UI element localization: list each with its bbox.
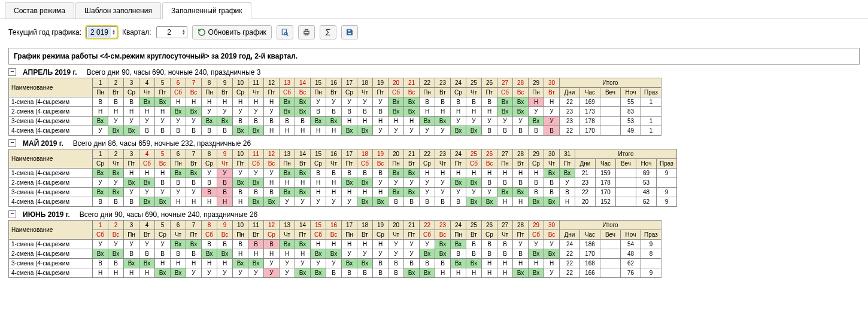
day-cell[interactable]: У [326, 197, 342, 207]
day-cell[interactable]: В [124, 97, 139, 107]
day-cell[interactable]: Н [326, 126, 342, 136]
day-cell[interactable]: Н [186, 97, 202, 107]
day-cell[interactable]: Н [466, 107, 482, 117]
day-cell[interactable]: В [544, 126, 560, 136]
day-cell[interactable]: Вх [389, 188, 404, 197]
day-cell[interactable]: В [108, 97, 124, 107]
day-cell[interactable]: Н [529, 169, 544, 178]
day-cell[interactable]: У [108, 117, 124, 126]
day-cell[interactable]: Н [451, 169, 466, 178]
tab-1[interactable]: Шаблон заполнения [75, 2, 161, 19]
day-cell[interactable]: В [264, 240, 280, 249]
day-cell[interactable]: В [373, 169, 389, 178]
day-cell[interactable]: Вх [217, 117, 233, 126]
day-cell[interactable]: Н [264, 126, 280, 136]
day-cell[interactable]: В [202, 126, 217, 136]
day-cell[interactable]: Вх [404, 97, 420, 107]
day-cell[interactable]: Н [295, 178, 311, 188]
day-cell[interactable]: Н [435, 107, 451, 117]
day-cell[interactable]: Н [124, 268, 139, 278]
day-cell[interactable]: Н [248, 97, 264, 107]
day-cell[interactable]: Вх [139, 197, 155, 207]
day-cell[interactable]: Вх [513, 188, 529, 197]
day-cell[interactable]: Н [326, 178, 342, 188]
day-cell[interactable]: Н [404, 117, 420, 126]
day-cell[interactable]: Вх [155, 268, 171, 278]
day-cell[interactable]: У [217, 268, 233, 278]
day-cell[interactable]: У [233, 268, 248, 278]
day-cell[interactable]: У [124, 240, 139, 249]
day-cell[interactable]: Вх [217, 249, 233, 259]
day-cell[interactable]: В [326, 268, 342, 278]
day-cell[interactable]: В [155, 126, 171, 136]
day-cell[interactable]: Вх [93, 169, 108, 178]
day-cell[interactable]: Вх [435, 249, 451, 259]
day-cell[interactable]: Вх [202, 117, 217, 126]
day-cell[interactable]: Н [155, 259, 171, 268]
day-cell[interactable]: В [389, 259, 404, 268]
day-cell[interactable]: В [202, 178, 217, 188]
day-cell[interactable]: В [404, 197, 420, 207]
day-cell[interactable]: У [389, 240, 404, 249]
day-cell[interactable]: У [544, 268, 560, 278]
day-cell[interactable]: Вх [513, 107, 529, 117]
day-cell[interactable]: Вх [124, 126, 139, 136]
day-cell[interactable]: Вх [529, 249, 544, 259]
refresh-button[interactable]: Обновить график [192, 25, 272, 39]
day-cell[interactable]: Н [435, 169, 451, 178]
day-cell[interactable]: Н [466, 169, 482, 178]
day-cell[interactable]: У [373, 97, 389, 107]
day-cell[interactable]: В [389, 197, 404, 207]
day-cell[interactable]: Н [264, 178, 280, 188]
day-cell[interactable]: Н [311, 240, 326, 249]
day-cell[interactable]: Н [264, 249, 280, 259]
day-cell[interactable]: У [544, 240, 560, 249]
day-cell[interactable]: Вх [466, 259, 482, 268]
day-cell[interactable]: Вх [171, 268, 186, 278]
day-cell[interactable]: В [186, 249, 202, 259]
day-cell[interactable]: Н [342, 188, 357, 197]
day-cell[interactable]: В [264, 188, 280, 197]
day-cell[interactable]: Вх [482, 197, 497, 207]
day-cell[interactable]: В [357, 107, 373, 117]
day-cell[interactable]: В [311, 169, 326, 178]
day-cell[interactable]: В [420, 97, 435, 107]
day-cell[interactable]: Вх [202, 249, 217, 259]
day-cell[interactable]: У [124, 117, 139, 126]
day-cell[interactable]: Н [217, 97, 233, 107]
day-cell[interactable]: В [264, 117, 280, 126]
day-cell[interactable]: Вх [280, 169, 295, 178]
day-cell[interactable]: В [373, 107, 389, 117]
day-cell[interactable]: В [217, 240, 233, 249]
day-cell[interactable]: В [155, 249, 171, 259]
day-cell[interactable]: У [171, 188, 186, 197]
day-cell[interactable]: Н [202, 97, 217, 107]
day-cell[interactable]: У [264, 259, 280, 268]
day-cell[interactable]: У [560, 178, 575, 188]
day-cell[interactable]: У [326, 259, 342, 268]
day-cell[interactable]: Вх [124, 178, 139, 188]
day-cell[interactable]: Вх [544, 249, 560, 259]
day-cell[interactable]: У [544, 117, 560, 126]
day-cell[interactable]: В [342, 169, 357, 178]
day-cell[interactable]: У [311, 197, 326, 207]
day-cell[interactable]: Вх [544, 169, 560, 178]
day-cell[interactable]: У [202, 107, 217, 117]
day-cell[interactable]: Вх [513, 268, 529, 278]
day-cell[interactable]: Н [420, 169, 435, 178]
day-cell[interactable]: В [217, 178, 233, 188]
day-cell[interactable]: У [420, 178, 435, 188]
day-cell[interactable]: В [248, 188, 264, 197]
day-cell[interactable]: У [497, 117, 513, 126]
day-cell[interactable]: Вх [451, 240, 466, 249]
day-cell[interactable]: У [248, 268, 264, 278]
day-cell[interactable]: Вх [295, 107, 311, 117]
day-cell[interactable]: Вх [404, 188, 420, 197]
day-cell[interactable]: Н [544, 97, 560, 107]
day-cell[interactable]: В [435, 197, 451, 207]
day-cell[interactable]: Вх [389, 107, 404, 117]
day-cell[interactable]: У [451, 117, 466, 126]
day-cell[interactable]: Вх [171, 107, 186, 117]
day-cell[interactable]: Вх [513, 97, 529, 107]
day-cell[interactable]: Вх [295, 268, 311, 278]
